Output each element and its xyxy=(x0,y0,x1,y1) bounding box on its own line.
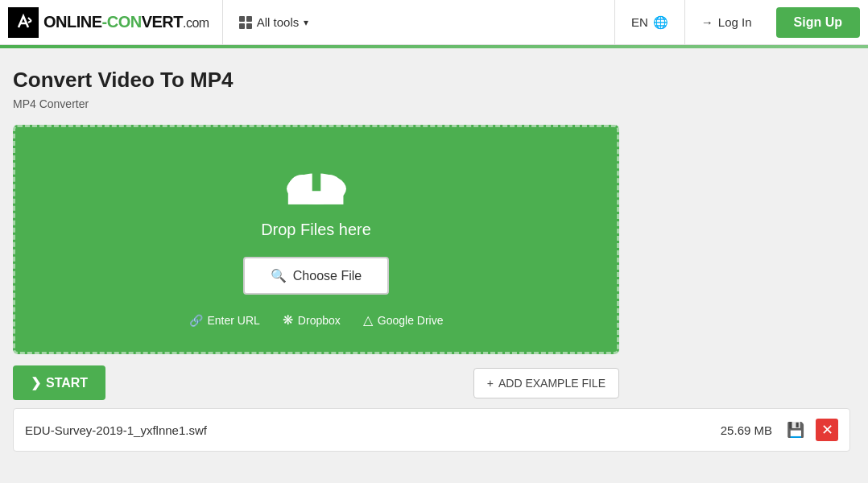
google-drive-option[interactable]: △ Google Drive xyxy=(363,312,444,328)
add-example-button[interactable]: + ADD EXAMPLE FILE xyxy=(473,368,619,398)
all-tools-label: All tools xyxy=(257,15,300,29)
logo-icon xyxy=(8,7,39,38)
save-icon[interactable]: 💾 xyxy=(787,421,804,439)
chevron-down-icon: ▾ xyxy=(304,17,308,28)
file-row: EDU-Survey-2019-1_yxflnne1.swf 25.69 MB … xyxy=(13,408,850,452)
plus-icon: + xyxy=(487,377,494,390)
upload-options: 🔗 Enter URL ❋ Dropbox △ Google Drive xyxy=(189,312,444,328)
header-right: EN 🌐 → Log In Sign Up xyxy=(614,0,868,45)
file-name: EDU-Survey-2019-1_yxflnne1.swf xyxy=(25,423,713,437)
search-icon: 🔍 xyxy=(271,268,287,283)
page-subtitle: MP4 Converter xyxy=(13,97,855,110)
dropbox-label: Dropbox xyxy=(298,314,341,327)
dropbox-option[interactable]: ❋ Dropbox xyxy=(283,312,341,328)
enter-url-option[interactable]: 🔗 Enter URL xyxy=(189,314,260,327)
action-row: ❯ START + ADD EXAMPLE FILE xyxy=(13,365,619,400)
signup-button[interactable]: Sign Up xyxy=(776,7,860,38)
login-button[interactable]: → Log In xyxy=(684,0,768,45)
language-button[interactable]: EN 🌐 xyxy=(614,0,684,45)
lang-label: EN xyxy=(631,15,648,29)
start-button[interactable]: ❯ START xyxy=(13,365,105,400)
choose-file-label: Choose File xyxy=(293,269,362,283)
google-drive-icon: △ xyxy=(363,312,373,328)
globe-icon: 🌐 xyxy=(653,15,668,30)
main-content: Convert Video To MP4 MP4 Converter Drop … xyxy=(0,48,868,464)
google-drive-label: Google Drive xyxy=(378,314,444,327)
start-label: START xyxy=(46,376,88,390)
dropbox-icon: ❋ xyxy=(283,312,293,328)
upload-box: Drop Files here 🔍 Choose File 🔗 Enter UR… xyxy=(13,125,619,354)
link-icon: 🔗 xyxy=(189,314,203,327)
header: ONLINE-CONVERT.com All tools ▾ EN 🌐 → Lo… xyxy=(0,0,868,45)
grid-icon xyxy=(239,16,252,29)
file-size: 25.69 MB xyxy=(721,423,772,437)
file-remove-button[interactable]: ✕ xyxy=(816,419,838,441)
logo-area: ONLINE-CONVERT.com xyxy=(8,7,222,38)
start-arrow-icon: ❯ xyxy=(31,375,41,390)
login-arrow-icon: → xyxy=(701,15,713,29)
close-icon: ✕ xyxy=(821,421,833,439)
all-tools-button[interactable]: All tools ▾ xyxy=(223,0,325,45)
drop-files-text: Drop Files here xyxy=(261,221,371,239)
choose-file-button[interactable]: 🔍 Choose File xyxy=(243,257,389,295)
svg-rect-4 xyxy=(287,189,343,204)
logo-text: ONLINE-CONVERT.com xyxy=(43,13,209,31)
cloud-upload-icon xyxy=(281,151,352,213)
enter-url-label: Enter URL xyxy=(208,314,260,327)
page-title: Convert Video To MP4 xyxy=(13,68,855,93)
login-label: Log In xyxy=(718,15,752,29)
add-example-label: ADD EXAMPLE FILE xyxy=(498,377,606,390)
